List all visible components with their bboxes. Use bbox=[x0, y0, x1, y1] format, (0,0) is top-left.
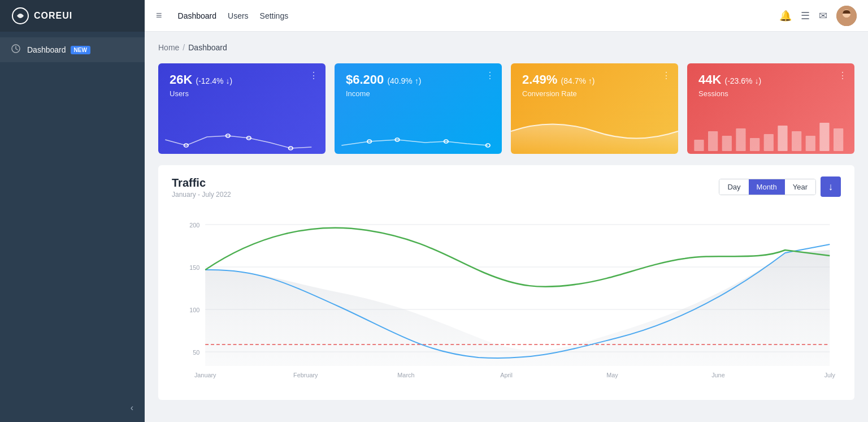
svg-text:50: 50 bbox=[193, 349, 199, 356]
users-sparkline bbox=[158, 114, 326, 154]
nav-link-settings[interactable]: Settings bbox=[260, 11, 289, 20]
svg-rect-22 bbox=[806, 136, 815, 151]
svg-text:May: May bbox=[606, 372, 618, 378]
topnav: ≡ Dashboard Users Settings 🔔 ☰ ✉ bbox=[145, 0, 868, 32]
sessions-barchart bbox=[687, 114, 854, 154]
stat-card-sessions: ⋮ 44K (-23.6% ↓) Sessions bbox=[687, 63, 854, 154]
conversion-sparkline bbox=[511, 114, 678, 154]
traffic-controls: Day Month Year ↓ bbox=[719, 176, 841, 197]
breadcrumb: Home / Dashboard bbox=[158, 43, 854, 52]
stat-label-conversion: Conversion Rate bbox=[522, 89, 667, 98]
chart-svg: 200 150 100 50 bbox=[172, 208, 841, 389]
avatar-image bbox=[836, 6, 857, 26]
svg-text:April: April bbox=[500, 372, 513, 378]
mail-icon[interactable]: ✉ bbox=[819, 10, 827, 22]
user-avatar[interactable] bbox=[836, 6, 857, 26]
svg-rect-14 bbox=[694, 140, 704, 151]
stat-card-users: ⋮ 26K (-12.4% ↓) Users bbox=[158, 63, 326, 154]
traffic-title: Traffic bbox=[172, 176, 231, 190]
breadcrumb-current: Dashboard bbox=[188, 43, 227, 52]
svg-text:March: March bbox=[397, 372, 414, 378]
svg-rect-17 bbox=[736, 128, 745, 151]
coreui-logo-icon bbox=[11, 7, 29, 25]
svg-text:February: February bbox=[293, 372, 318, 378]
svg-text:July: July bbox=[824, 372, 836, 378]
sidebar-item-label: Dashboard bbox=[27, 45, 66, 54]
income-sparkline bbox=[335, 114, 502, 154]
list-icon[interactable]: ☰ bbox=[801, 10, 810, 22]
stat-label-sessions: Sessions bbox=[698, 89, 843, 98]
sidebar-logo: COREUI bbox=[0, 0, 145, 32]
hamburger-icon[interactable]: ≡ bbox=[156, 10, 162, 21]
nav-link-users[interactable]: Users bbox=[228, 11, 249, 20]
card-menu-income[interactable]: ⋮ bbox=[485, 70, 495, 81]
card-menu-users[interactable]: ⋮ bbox=[309, 70, 319, 81]
main-content: ≡ Dashboard Users Settings 🔔 ☰ ✉ bbox=[145, 0, 868, 422]
sidebar-nav: Dashboard NEW bbox=[0, 32, 145, 394]
stat-card-conversion: ⋮ 2.49% (84.7% ↑) Conversion Rate bbox=[511, 63, 678, 154]
stat-cards: ⋮ 26K (-12.4% ↓) Users ⋮ bbox=[158, 63, 854, 154]
svg-rect-18 bbox=[750, 138, 760, 151]
sidebar: COREUI Dashboard NEW ‹ bbox=[0, 0, 145, 422]
svg-rect-20 bbox=[778, 126, 787, 151]
svg-text:200: 200 bbox=[189, 222, 199, 229]
svg-text:January: January bbox=[194, 372, 216, 378]
stat-value-income: $6.200 (40.9% ↑) bbox=[346, 72, 491, 87]
time-button-group: Day Month Year bbox=[719, 179, 816, 195]
card-menu-sessions[interactable]: ⋮ bbox=[838, 70, 848, 81]
traffic-header: Traffic January - July 2022 Day Month Ye… bbox=[172, 176, 841, 199]
download-icon: ↓ bbox=[828, 181, 834, 193]
svg-text:June: June bbox=[711, 372, 724, 378]
stat-label-income: Income bbox=[346, 89, 491, 98]
dashboard-icon bbox=[11, 44, 20, 55]
stat-value-users: 26K (-12.4% ↓) bbox=[170, 72, 314, 87]
content-area: Home / Dashboard ⋮ 26K (-12.4% ↓) Users bbox=[145, 32, 868, 422]
breadcrumb-separator: / bbox=[183, 43, 185, 52]
svg-rect-16 bbox=[722, 136, 732, 151]
card-menu-conversion[interactable]: ⋮ bbox=[662, 70, 671, 81]
traffic-subtitle: January - July 2022 bbox=[172, 191, 231, 199]
time-btn-month[interactable]: Month bbox=[749, 179, 785, 195]
breadcrumb-home[interactable]: Home bbox=[158, 43, 179, 52]
time-btn-day[interactable]: Day bbox=[719, 179, 748, 195]
nav-link-dashboard[interactable]: Dashboard bbox=[178, 11, 217, 20]
traffic-chart: 200 150 100 50 bbox=[172, 208, 841, 389]
svg-rect-19 bbox=[764, 134, 774, 151]
svg-rect-23 bbox=[819, 123, 829, 151]
stat-value-sessions: 44K (-23.6% ↓) bbox=[698, 72, 843, 87]
stat-card-income: ⋮ $6.200 (40.9% ↑) Income bbox=[335, 63, 502, 154]
sidebar-item-dashboard[interactable]: Dashboard NEW bbox=[0, 37, 145, 62]
svg-rect-15 bbox=[708, 131, 718, 151]
svg-text:150: 150 bbox=[189, 264, 199, 271]
traffic-title-group: Traffic January - July 2022 bbox=[172, 176, 231, 199]
bell-icon[interactable]: 🔔 bbox=[779, 10, 792, 22]
traffic-section: Traffic January - July 2022 Day Month Ye… bbox=[158, 165, 854, 400]
svg-text:100: 100 bbox=[189, 307, 199, 313]
stat-value-conversion: 2.49% (84.7% ↑) bbox=[522, 72, 667, 87]
logo-text: COREUI bbox=[34, 11, 72, 21]
svg-rect-21 bbox=[792, 131, 801, 151]
new-badge: NEW bbox=[71, 46, 90, 54]
stat-label-users: Users bbox=[170, 89, 314, 98]
sidebar-toggle[interactable]: ‹ bbox=[0, 394, 145, 422]
topnav-right: 🔔 ☰ ✉ bbox=[779, 6, 857, 26]
time-btn-year[interactable]: Year bbox=[785, 179, 815, 195]
download-button[interactable]: ↓ bbox=[821, 176, 841, 197]
svg-rect-24 bbox=[834, 128, 843, 151]
